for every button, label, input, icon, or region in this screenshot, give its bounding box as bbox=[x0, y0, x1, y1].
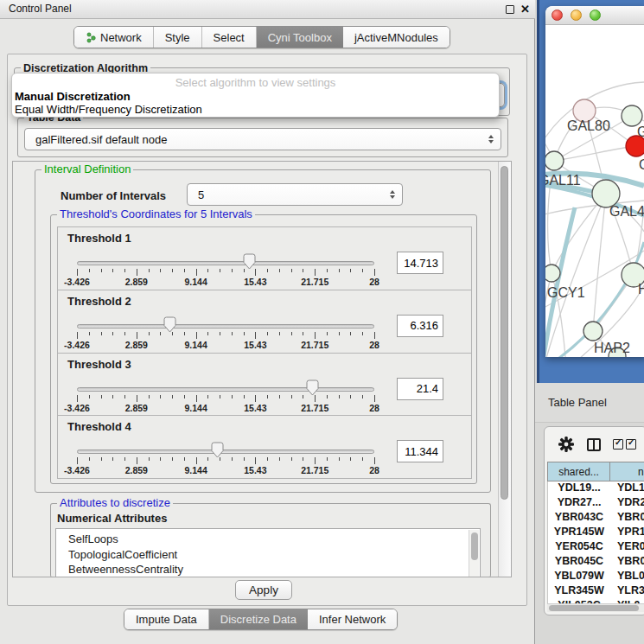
table-cell[interactable]: YDL1 bbox=[610, 481, 644, 496]
tick-mark bbox=[196, 332, 197, 339]
table-cell[interactable]: YBL0 bbox=[610, 570, 644, 584]
table-cell[interactable]: YBL079W bbox=[548, 570, 610, 584]
column-header-name[interactable]: n bbox=[609, 462, 644, 481]
threshold-value-input[interactable] bbox=[397, 440, 443, 462]
combo-arrows-icon bbox=[488, 132, 494, 146]
tick-mark bbox=[244, 332, 245, 335]
table-hscrollbar-thumb[interactable] bbox=[549, 605, 639, 611]
slider-thumb[interactable] bbox=[163, 316, 176, 333]
apply-button[interactable]: Apply bbox=[235, 580, 292, 600]
tab-style[interactable]: Style bbox=[154, 27, 202, 48]
network-node-gal11[interactable] bbox=[545, 151, 564, 170]
close-traffic-light-icon[interactable] bbox=[552, 10, 563, 21]
zoom-traffic-light-icon[interactable] bbox=[590, 10, 601, 21]
split-column-icon[interactable] bbox=[587, 438, 601, 451]
table-cell[interactable]: YER0 bbox=[610, 540, 644, 555]
tick-mark bbox=[124, 457, 125, 461]
slider-track[interactable] bbox=[77, 450, 374, 454]
table-row[interactable]: YBR045CYBR0 bbox=[548, 555, 644, 570]
table-row[interactable]: YDL19...YDL1 bbox=[548, 481, 644, 496]
tick-mark bbox=[279, 269, 280, 272]
tick-mark bbox=[184, 395, 185, 399]
tick-mark bbox=[124, 332, 125, 335]
tab-network[interactable]: Network bbox=[74, 27, 154, 48]
slider-ticks bbox=[77, 395, 374, 403]
table-cell[interactable]: YER054C bbox=[548, 540, 610, 555]
slider-thumb[interactable] bbox=[211, 442, 224, 458]
dropdown-item-manual-discretization[interactable]: Manual Discretization bbox=[15, 90, 131, 103]
table-row[interactable]: YLR345WYLR3 bbox=[548, 584, 644, 599]
list-scrollbar-thumb[interactable] bbox=[471, 532, 478, 560]
network-graph[interactable]: GAL80 G C GAL11 GAL4 GCY1 H HAP2 bbox=[545, 25, 644, 357]
table-row[interactable]: YDR27...YDR2 bbox=[548, 496, 644, 511]
slider-thumb[interactable] bbox=[243, 253, 256, 270]
tick-mark bbox=[315, 332, 316, 339]
screen: Control Panel ✕ Network Style Select bbox=[0, 0, 644, 644]
table-row[interactable]: YPR145WYPR1 bbox=[548, 526, 644, 540]
table-cell[interactable]: YDR27... bbox=[548, 496, 610, 511]
checkbox-icon[interactable] bbox=[613, 439, 623, 450]
slider-track[interactable] bbox=[77, 261, 374, 265]
table-cell[interactable]: YBR0 bbox=[610, 555, 644, 570]
table-cell[interactable]: YBR0 bbox=[610, 511, 644, 526]
float-window-icon[interactable] bbox=[506, 5, 514, 14]
close-icon[interactable]: ✕ bbox=[520, 1, 530, 18]
network-node-hap2[interactable] bbox=[583, 322, 603, 341]
tab-jactivemnodules[interactable]: jActiveMNodules bbox=[343, 27, 450, 48]
tick-mark bbox=[196, 395, 197, 402]
number-of-intervals-combobox[interactable]: 5 bbox=[187, 183, 403, 206]
tab-infer-network[interactable]: Infer Network bbox=[308, 609, 397, 629]
threshold-value-input[interactable] bbox=[397, 315, 443, 337]
table-row[interactable]: YBL079WYBL0 bbox=[548, 570, 644, 584]
dropdown-item-equal-width-frequency[interactable]: Equal Width/Frequency Discretization bbox=[15, 103, 202, 116]
tick-label: -3.426 bbox=[64, 465, 90, 475]
column-header-shared[interactable]: shared... bbox=[547, 462, 610, 481]
slider-track[interactable] bbox=[77, 324, 374, 328]
table-row[interactable]: YBR043CYBR0 bbox=[548, 511, 644, 526]
tick-mark bbox=[160, 269, 161, 272]
tick-label: 28 bbox=[369, 277, 379, 287]
network-canvas[interactable]: GAL80 G C GAL11 GAL4 GCY1 H HAP2 bbox=[545, 25, 644, 357]
table-cell[interactable]: YBR045C bbox=[548, 555, 610, 570]
tab-label: Select bbox=[214, 31, 245, 44]
table-cell[interactable]: YDR2 bbox=[610, 496, 644, 511]
tab-cyni-toolbox[interactable]: Cyni Toolbox bbox=[257, 27, 343, 48]
list-item[interactable]: SelfLoops bbox=[56, 529, 480, 547]
table-cell[interactable]: YBR043C bbox=[548, 511, 610, 526]
node-label: GCY1 bbox=[547, 285, 585, 300]
scrollbar-thumb[interactable] bbox=[501, 166, 508, 500]
tick-mark bbox=[374, 457, 375, 464]
table-cell[interactable]: YLR345W bbox=[548, 584, 610, 599]
slider-track[interactable] bbox=[77, 387, 374, 392]
tab-label: Network bbox=[100, 31, 142, 44]
control-panel-titlebar[interactable]: Control Panel ✕ bbox=[0, 0, 535, 19]
table-cell[interactable]: YPR145W bbox=[548, 526, 610, 540]
threshold-value-input[interactable] bbox=[397, 252, 443, 274]
table-cell[interactable]: YLR3 bbox=[610, 584, 644, 599]
tab-select[interactable]: Select bbox=[202, 27, 257, 48]
tick-mark bbox=[77, 457, 78, 464]
tick-mark bbox=[172, 332, 173, 335]
slider-thumb[interactable] bbox=[306, 379, 319, 396]
list-item[interactable]: BetweennessCentrality bbox=[56, 562, 480, 577]
control-panel-window: Control Panel ✕ Network Style Select bbox=[0, 0, 535, 644]
minimize-traffic-light-icon[interactable] bbox=[571, 10, 582, 21]
gear-icon[interactable] bbox=[558, 437, 574, 452]
network-view-titlebar[interactable] bbox=[545, 6, 644, 25]
tick-mark bbox=[267, 457, 268, 461]
table-row[interactable]: YER054CYER0 bbox=[548, 540, 644, 555]
table-cell[interactable]: YDL19... bbox=[548, 481, 610, 496]
tick-mark bbox=[220, 395, 220, 399]
table-rows: YDL19...YDL1 YDR27...YDR2 YBR043CYBR0 YP… bbox=[547, 481, 644, 607]
list-item[interactable]: TopologicalCoefficient bbox=[56, 547, 480, 563]
tab-impute-data[interactable]: Impute Data bbox=[124, 609, 209, 629]
table-cell[interactable]: YPR1 bbox=[610, 526, 644, 540]
number-of-intervals-value: 5 bbox=[198, 184, 204, 205]
tick-mark bbox=[77, 269, 78, 276]
threshold-value-input[interactable] bbox=[397, 378, 443, 400]
network-node-g[interactable] bbox=[622, 105, 642, 126]
tab-discretize-data[interactable]: Discretize Data bbox=[209, 609, 308, 629]
network-node-gcy1[interactable] bbox=[545, 265, 560, 282]
table-data-combobox[interactable]: galFiltered.sif default node bbox=[24, 128, 501, 150]
checkbox-icon[interactable] bbox=[626, 439, 636, 450]
